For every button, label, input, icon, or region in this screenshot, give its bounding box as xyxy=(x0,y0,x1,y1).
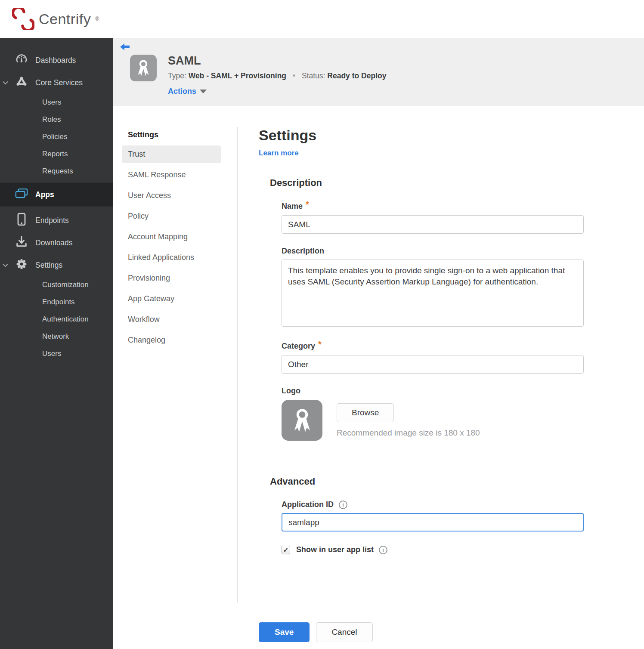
required-marker: * xyxy=(306,200,309,210)
gear-icon xyxy=(14,258,29,272)
registered-mark: ® xyxy=(95,16,99,22)
sidebar-subitem-label: Users xyxy=(42,349,61,358)
smartphone-icon xyxy=(14,213,29,228)
learn-more-link[interactable]: Learn more xyxy=(259,149,299,158)
logo-label: Logo xyxy=(282,386,300,396)
type-value: Web - SAML + Provisioning xyxy=(189,71,286,80)
application-id-label: Application ID xyxy=(282,500,334,509)
actions-dropdown[interactable]: Actions xyxy=(168,87,386,96)
sidebar-item-core-services[interactable]: Core Services xyxy=(0,71,113,94)
subnav-header: Settings xyxy=(122,127,221,145)
core-services-children: Users Roles Policies Reports Requests xyxy=(0,94,113,180)
subnav-item-policy[interactable]: Policy xyxy=(122,207,221,225)
type-label: Type: xyxy=(168,71,186,80)
app-title: SAML xyxy=(168,55,386,68)
name-label: Name xyxy=(282,202,303,211)
sidebar-subitem-label: Policies xyxy=(42,133,68,141)
subnav-item-saml-response[interactable]: SAML Response xyxy=(122,166,221,184)
sidebar-item-users[interactable]: Users xyxy=(0,94,113,111)
subnav-item-changelog[interactable]: Changelog xyxy=(122,331,221,349)
sidebar-subitem-label: Roles xyxy=(42,115,61,124)
sidebar-item-label: Endpoints xyxy=(35,216,69,225)
sidebar-subitem-label: Endpoints xyxy=(42,298,75,306)
sidebar-item-label: Apps xyxy=(35,190,54,199)
application-id-field[interactable] xyxy=(282,513,584,532)
caret-down-icon xyxy=(200,90,207,93)
content-area: SAML Type: Web - SAML + Provisioning • S… xyxy=(113,38,644,649)
dot-separator: • xyxy=(293,71,295,80)
vertical-divider xyxy=(237,127,238,603)
sidebar-item-settings-endpoints[interactable]: Endpoints xyxy=(0,294,113,311)
sidebar-subitem-label: Requests xyxy=(42,167,73,176)
category-field[interactable] xyxy=(282,355,584,374)
cancel-button[interactable]: Cancel xyxy=(316,622,372,642)
subnav-item-app-gateway[interactable]: App Gateway xyxy=(122,290,221,308)
actions-label: Actions xyxy=(168,87,196,96)
info-icon[interactable]: i xyxy=(379,546,387,554)
sidebar-item-endpoints[interactable]: Endpoints xyxy=(0,209,113,232)
browse-button[interactable]: Browse xyxy=(337,403,394,422)
gauge-icon xyxy=(14,53,29,68)
required-marker: * xyxy=(318,340,322,349)
subnav-item-linked-applications[interactable]: Linked Applications xyxy=(122,249,221,266)
sidebar: Dashboards Core Services Users Roles Pol… xyxy=(0,38,113,649)
sidebar-item-settings-users[interactable]: Users xyxy=(0,345,113,362)
description-section-heading: Description xyxy=(270,177,594,189)
centrify-swirl-icon xyxy=(12,8,34,30)
settings-subnav: Settings Trust SAML Response User Access… xyxy=(122,127,221,649)
back-arrow-icon[interactable] xyxy=(120,43,130,53)
chevron-down-icon[interactable] xyxy=(3,78,8,87)
sidebar-item-customization[interactable]: Customization xyxy=(0,276,113,294)
sidebar-item-policies[interactable]: Policies xyxy=(0,128,113,145)
status-badge: Ready to Deploy xyxy=(327,71,386,80)
chevron-down-icon[interactable] xyxy=(3,261,8,270)
subnav-item-workflow[interactable]: Workflow xyxy=(122,311,221,328)
ribbon-award-icon xyxy=(291,407,313,434)
logo-size-hint: Recommended image size is 180 x 180 xyxy=(337,428,480,438)
description-field[interactable]: This template enables you to provide sin… xyxy=(282,260,584,327)
sidebar-item-label: Downloads xyxy=(35,238,73,247)
show-in-user-app-list-label: Show in user app list xyxy=(296,545,374,554)
save-button[interactable]: Save xyxy=(259,622,310,642)
subnav-item-trust[interactable]: Trust xyxy=(122,145,221,163)
sidebar-subitem-label: Network xyxy=(42,332,69,341)
download-icon xyxy=(14,236,29,250)
advanced-section-heading: Advanced xyxy=(270,476,594,487)
subnav-item-provisioning[interactable]: Provisioning xyxy=(122,269,221,287)
sidebar-item-label: Core Services xyxy=(35,78,83,87)
sidebar-item-authentication[interactable]: Authentication xyxy=(0,311,113,328)
sidebar-item-settings[interactable]: Settings xyxy=(0,254,113,276)
sidebar-subitem-label: Reports xyxy=(42,150,68,158)
sidebar-item-roles[interactable]: Roles xyxy=(0,111,113,128)
page-title: Settings xyxy=(259,127,594,144)
sidebar-item-network[interactable]: Network xyxy=(0,328,113,345)
sidebar-subitem-label: Users xyxy=(42,98,61,107)
sidebar-item-apps[interactable]: Apps xyxy=(0,182,113,207)
subnav-item-user-access[interactable]: User Access xyxy=(122,187,221,204)
sidebar-subitem-label: Customization xyxy=(42,281,89,289)
description-label: Description xyxy=(282,247,324,256)
subnav-item-account-mapping[interactable]: Account Mapping xyxy=(122,228,221,246)
sidebar-item-dashboards[interactable]: Dashboards xyxy=(0,49,113,71)
sidebar-item-requests[interactable]: Requests xyxy=(0,163,113,180)
status-label: Status: xyxy=(302,71,325,80)
name-field[interactable] xyxy=(282,215,584,234)
sidebar-item-downloads[interactable]: Downloads xyxy=(0,232,113,254)
app-header-band: SAML Type: Web - SAML + Provisioning • S… xyxy=(113,38,644,106)
brand-name: Centrify xyxy=(39,11,91,28)
centrify-logo: Centrify ® xyxy=(12,8,99,30)
core-services-icon xyxy=(14,76,29,90)
show-in-user-app-list-checkbox[interactable]: ✓ xyxy=(282,546,290,554)
top-bar: Centrify ® xyxy=(0,0,644,38)
category-label: Category xyxy=(282,342,315,351)
settings-panel: Settings Learn more Description Name * D… xyxy=(259,127,594,649)
sidebar-subitem-label: Authentication xyxy=(42,315,89,324)
ribbon-award-icon xyxy=(136,59,151,77)
app-type-status-row: Type: Web - SAML + Provisioning • Status… xyxy=(168,71,386,80)
settings-children: Customization Endpoints Authentication N… xyxy=(0,276,113,362)
info-icon[interactable]: i xyxy=(339,501,347,509)
sidebar-item-reports[interactable]: Reports xyxy=(0,145,113,163)
sidebar-item-label: Settings xyxy=(35,261,62,270)
sidebar-item-label: Dashboards xyxy=(35,56,76,65)
apps-icon xyxy=(14,188,29,201)
